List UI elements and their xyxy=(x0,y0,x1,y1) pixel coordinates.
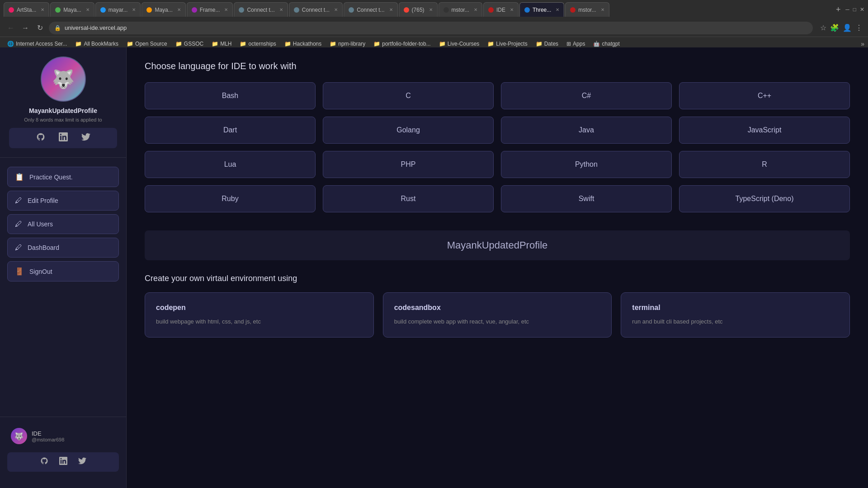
avatar-emoji: 🐺 xyxy=(52,69,75,90)
close-button[interactable]: ✕ xyxy=(860,6,864,13)
back-button[interactable]: ← xyxy=(5,24,16,32)
profile-subtitle: Only 8 words max limit is applied to xyxy=(24,117,102,122)
main-content: Choose language for IDE to work with Bas… xyxy=(127,47,868,488)
bookmark-hackathons[interactable]: 📁Hackathons xyxy=(281,40,325,48)
lang-btn-golang[interactable]: Golang xyxy=(323,117,494,144)
bookmark-npm-library[interactable]: 📁npm-library xyxy=(326,40,369,48)
terminal-title: terminal xyxy=(632,304,839,312)
lang-btn-java[interactable]: Java xyxy=(501,117,672,144)
env-card-codesandbox[interactable]: codesandbox build complete web app with … xyxy=(383,292,612,338)
language-section-title: Choose language for IDE to work with xyxy=(145,61,850,71)
minimize-button[interactable]: ─ xyxy=(845,6,849,13)
nav-menu: 📋 Practice Quest. 🖊 Edit Profile 🖊 All U… xyxy=(0,158,126,417)
tab-frame[interactable]: Frame... ✕ xyxy=(187,2,233,17)
bookmark-dates[interactable]: 📁Dates xyxy=(532,40,562,48)
sidebar-item-signout[interactable]: 🚪 SignOut xyxy=(7,261,119,282)
bookmark-apps[interactable]: ⊞Apps xyxy=(563,40,589,48)
practice-icon: 📋 xyxy=(15,173,24,181)
edit-profile-label: Edit Profile xyxy=(28,197,58,204)
tab-connect3[interactable]: Connect t... ✕ xyxy=(344,2,397,17)
lang-btn-lua[interactable]: Lua xyxy=(145,151,316,178)
codepen-desc: build webpage with html, css, and js, et… xyxy=(156,317,363,326)
bookmark-live-projects[interactable]: 📁Live-Projects xyxy=(484,40,531,48)
social-links xyxy=(9,128,117,148)
env-card-terminal[interactable]: terminal run and built cli based project… xyxy=(621,292,850,338)
bookmark-internet-access-ser...[interactable]: 🌐Internet Access Ser... xyxy=(4,40,71,48)
bookmark-open-source[interactable]: 📁Open Source xyxy=(123,40,171,48)
bookmark-icon[interactable]: ☆ xyxy=(820,23,826,32)
bookmark-live-courses[interactable]: 📁Live-Courses xyxy=(435,40,483,48)
bookmark-chatgpt[interactable]: 🤖chatgpt xyxy=(590,40,623,48)
linkedin-icon[interactable] xyxy=(59,132,68,144)
tab-connect2[interactable]: Connect t... ✕ xyxy=(289,2,343,17)
codepen-title: codepen xyxy=(156,304,363,312)
profile-name: MayankUpdatedProfile xyxy=(29,107,97,114)
extension-icon[interactable]: 🧩 xyxy=(830,23,839,32)
lang-btn-swift[interactable]: Swift xyxy=(501,185,672,212)
lang-btn-ruby[interactable]: Ruby xyxy=(145,185,316,212)
maximize-button[interactable]: □ xyxy=(853,6,856,13)
lang-btn-c--[interactable]: C++ xyxy=(679,82,850,109)
github-icon[interactable] xyxy=(36,132,45,144)
app-container: 🐺 MayankUpdatedProfile Only 8 words max … xyxy=(0,47,868,488)
signout-icon: 🚪 xyxy=(15,267,24,276)
lang-btn-dart[interactable]: Dart xyxy=(145,117,316,144)
bookmark-portfolio-folder-tob...[interactable]: 📁portfolio-folder-tob... xyxy=(370,40,434,48)
tab-connect1[interactable]: Connect t... ✕ xyxy=(234,2,288,17)
sidebar-item-all-users[interactable]: 🖊 All Users xyxy=(7,214,119,234)
all-users-icon: 🖊 xyxy=(15,220,22,228)
tab-maya1[interactable]: Maya... ✕ xyxy=(50,2,94,17)
lang-btn-javascript[interactable]: JavaScript xyxy=(679,117,850,144)
forward-button[interactable]: → xyxy=(20,24,31,32)
sidebar: 🐺 MayankUpdatedProfile Only 8 words max … xyxy=(0,47,127,488)
sidebar-item-practice[interactable]: 📋 Practice Quest. xyxy=(7,167,119,187)
browser-chrome: ArtSta... ✕ Maya... ✕ mayar... ✕ Maya...… xyxy=(0,0,868,47)
tab-maya2[interactable]: Maya... ✕ xyxy=(142,2,185,17)
lang-btn-c-[interactable]: C# xyxy=(501,82,672,109)
lang-btn-python[interactable]: Python xyxy=(501,151,672,178)
menu-icon[interactable]: ⋮ xyxy=(855,23,863,32)
bookmark-all-bookmarks[interactable]: 📁All BookMarks xyxy=(71,40,122,48)
bottom-social-links xyxy=(7,452,119,472)
refresh-button[interactable]: ↻ xyxy=(34,23,45,32)
tab-three[interactable]: Three... ✕ xyxy=(519,2,564,17)
bottom-user-name: IDE xyxy=(32,430,64,437)
lang-btn-php[interactable]: PHP xyxy=(323,151,494,178)
bookmark-mlh[interactable]: 📁MLH xyxy=(208,40,235,48)
lang-btn-bash[interactable]: Bash xyxy=(145,82,316,109)
new-tab-button[interactable]: + xyxy=(832,3,844,16)
address-bar[interactable]: 🔒 universal-ide.vercel.app xyxy=(49,22,813,34)
tab-ide[interactable]: IDE ✕ xyxy=(483,2,519,17)
all-users-label: All Users xyxy=(28,221,53,228)
lang-btn-r[interactable]: R xyxy=(679,151,850,178)
lang-btn-typescript--deno-[interactable]: TypeScript (Deno) xyxy=(679,185,850,212)
nav-actions: ☆ 🧩 👤 ⋮ xyxy=(820,23,863,32)
sidebar-item-edit-profile[interactable]: 🖊 Edit Profile xyxy=(7,191,119,211)
edit-profile-icon: 🖊 xyxy=(15,197,22,205)
env-card-codepen[interactable]: codepen build webpage with html, css, an… xyxy=(145,292,374,338)
tab-artstation[interactable]: ArtSta... ✕ xyxy=(4,2,49,17)
tab-mstor2[interactable]: mstor... ✕ xyxy=(565,2,609,17)
terminal-desc: run and built cli based projects, etc xyxy=(632,317,839,326)
language-grid: BashCC#C++DartGolangJavaJavaScriptLuaPHP… xyxy=(145,82,850,212)
sidebar-item-dashboard[interactable]: 🖊 DashBoard xyxy=(7,238,119,258)
practice-label: Practice Quest. xyxy=(29,174,73,181)
lang-btn-c[interactable]: C xyxy=(323,82,494,109)
profile-banner: MayankUpdatedProfile xyxy=(145,230,850,260)
tab-github[interactable]: mstor... ✕ xyxy=(439,2,482,17)
bottom-linkedin-icon[interactable] xyxy=(59,457,67,467)
env-section-title: Create your own virtaul environment usin… xyxy=(145,274,850,283)
lang-btn-rust[interactable]: Rust xyxy=(323,185,494,212)
bookmark-octernships[interactable]: 📁octernships xyxy=(236,40,279,48)
profile-icon[interactable]: 👤 xyxy=(843,23,852,32)
tab-mayar[interactable]: mayar... ✕ xyxy=(95,2,141,17)
bookmarks-overflow[interactable]: » xyxy=(861,40,864,47)
tab-bar: ArtSta... ✕ Maya... ✕ mayar... ✕ Maya...… xyxy=(0,0,868,19)
twitter-icon[interactable] xyxy=(81,132,90,144)
bottom-twitter-icon[interactable] xyxy=(78,457,86,467)
bottom-user-text: IDE @mstomar698 xyxy=(32,430,64,442)
bottom-github-icon[interactable] xyxy=(40,457,48,467)
tab-youtube[interactable]: (765) ✕ xyxy=(399,2,438,17)
bookmark-gssoc[interactable]: 📁GSSOC xyxy=(172,40,207,48)
sidebar-bottom: 🐺 IDE @mstomar698 xyxy=(0,417,126,479)
